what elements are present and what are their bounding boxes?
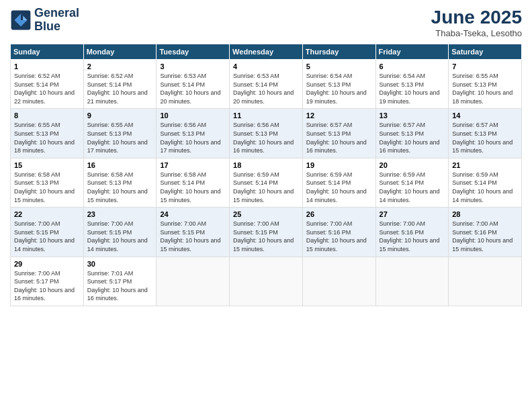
day-number: 5 [306,62,372,71]
day-number: 8 [14,111,80,120]
day-number: 11 [233,111,299,120]
day-number: 2 [87,62,153,71]
day-info: Sunrise: 6:59 AMSunset: 5:14 PMDaylight:… [233,171,299,204]
day-info: Sunrise: 6:52 AMSunset: 5:14 PMDaylight:… [14,72,80,105]
logo-line2: Blue [34,20,79,34]
logo-icon [10,9,32,31]
col-saturday: Saturday [449,44,522,60]
location-subtitle: Thaba-Tseka, Lesotho [431,28,522,38]
day-info: Sunrise: 7:00 AMSunset: 5:15 PMDaylight:… [160,220,226,253]
day-number: 26 [306,210,372,218]
day-number: 4 [233,62,299,71]
table-row: 10 Sunrise: 6:56 AMSunset: 5:13 PMDaylig… [157,109,230,158]
day-info: Sunrise: 6:53 AMSunset: 5:14 PMDaylight:… [233,72,299,105]
logo-text: General Blue [34,7,79,34]
day-info: Sunrise: 6:56 AMSunset: 5:13 PMDaylight:… [160,121,226,154]
table-row: 20 Sunrise: 6:59 AMSunset: 5:14 PMDaylig… [375,158,449,207]
day-info: Sunrise: 6:57 AMSunset: 5:13 PMDaylight:… [452,121,518,154]
calendar-table: Sunday Monday Tuesday Wednesday Thursday… [10,44,522,306]
day-number: 24 [160,210,226,218]
day-number: 3 [160,62,226,71]
table-row [375,257,449,306]
day-number: 6 [380,62,445,71]
day-number: 17 [160,161,226,169]
table-row: 19 Sunrise: 6:59 AMSunset: 5:14 PMDaylig… [302,158,375,207]
day-number: 27 [380,210,445,218]
day-number: 22 [14,210,80,218]
day-number: 21 [452,161,518,169]
day-number: 14 [452,111,518,120]
day-number: 9 [87,111,153,120]
table-row: 6 Sunrise: 6:54 AMSunset: 5:13 PMDayligh… [375,60,449,109]
day-info: Sunrise: 7:00 AMSunset: 5:17 PMDaylight:… [14,269,80,303]
table-row: 9 Sunrise: 6:55 AMSunset: 5:13 PMDayligh… [83,109,157,158]
day-number: 19 [306,161,372,169]
table-row: 18 Sunrise: 6:59 AMSunset: 5:14 PMDaylig… [230,158,303,207]
table-row: 7 Sunrise: 6:55 AMSunset: 5:13 PMDayligh… [449,60,522,109]
day-info: Sunrise: 6:58 AMSunset: 5:14 PMDaylight:… [160,171,226,204]
table-row: 11 Sunrise: 6:56 AMSunset: 5:13 PMDaylig… [230,109,303,158]
table-row: 17 Sunrise: 6:58 AMSunset: 5:14 PMDaylig… [157,158,230,207]
calendar-week-row: 8 Sunrise: 6:55 AMSunset: 5:13 PMDayligh… [11,109,522,158]
calendar-week-row: 22 Sunrise: 7:00 AMSunset: 5:15 PMDaylig… [11,208,522,257]
title-block: June 2025 Thaba-Tseka, Lesotho [431,7,522,38]
table-row: 25 Sunrise: 7:00 AMSunset: 5:15 PMDaylig… [230,208,303,257]
col-monday: Monday [83,44,157,60]
table-row: 29 Sunrise: 7:00 AMSunset: 5:17 PMDaylig… [11,257,84,306]
day-number: 25 [233,210,299,218]
table-row: 5 Sunrise: 6:54 AMSunset: 5:13 PMDayligh… [302,60,375,109]
day-number: 15 [14,161,80,169]
day-info: Sunrise: 7:00 AMSunset: 5:16 PMDaylight:… [380,220,445,253]
table-row: 4 Sunrise: 6:53 AMSunset: 5:14 PMDayligh… [230,60,303,109]
day-info: Sunrise: 6:55 AMSunset: 5:13 PMDaylight:… [87,121,153,154]
col-sunday: Sunday [11,44,84,60]
day-info: Sunrise: 6:57 AMSunset: 5:13 PMDaylight:… [306,121,372,154]
day-info: Sunrise: 7:00 AMSunset: 5:16 PMDaylight:… [306,220,372,253]
day-number: 20 [380,161,445,169]
day-number: 28 [452,210,518,218]
table-row: 26 Sunrise: 7:00 AMSunset: 5:16 PMDaylig… [302,208,375,257]
header: General Blue June 2025 Thaba-Tseka, Leso… [10,7,522,38]
day-number: 1 [14,62,80,71]
day-number: 13 [380,111,445,120]
table-row [157,257,230,306]
table-row: 27 Sunrise: 7:00 AMSunset: 5:16 PMDaylig… [375,208,449,257]
col-friday: Friday [375,44,449,60]
table-row [230,257,303,306]
table-row: 30 Sunrise: 7:01 AMSunset: 5:17 PMDaylig… [83,257,157,306]
calendar-week-row: 15 Sunrise: 6:58 AMSunset: 5:13 PMDaylig… [11,158,522,207]
day-number: 30 [87,260,153,268]
table-row: 23 Sunrise: 7:00 AMSunset: 5:15 PMDaylig… [83,208,157,257]
day-info: Sunrise: 6:54 AMSunset: 5:13 PMDaylight:… [380,72,445,105]
table-row: 24 Sunrise: 7:00 AMSunset: 5:15 PMDaylig… [157,208,230,257]
day-info: Sunrise: 6:55 AMSunset: 5:13 PMDaylight:… [14,121,80,154]
table-row: 8 Sunrise: 6:55 AMSunset: 5:13 PMDayligh… [11,109,84,158]
table-row [302,257,375,306]
day-info: Sunrise: 6:58 AMSunset: 5:13 PMDaylight:… [14,171,80,204]
day-info: Sunrise: 6:58 AMSunset: 5:13 PMDaylight:… [87,171,153,204]
table-row: 22 Sunrise: 7:00 AMSunset: 5:15 PMDaylig… [11,208,84,257]
month-title: June 2025 [431,7,522,28]
table-row: 16 Sunrise: 6:58 AMSunset: 5:13 PMDaylig… [83,158,157,207]
calendar-header-row: Sunday Monday Tuesday Wednesday Thursday… [11,44,522,60]
day-number: 18 [233,161,299,169]
day-info: Sunrise: 7:00 AMSunset: 5:16 PMDaylight:… [452,220,518,253]
day-number: 10 [160,111,226,120]
col-wednesday: Wednesday [230,44,303,60]
day-number: 12 [306,111,372,120]
logo: General Blue [10,7,79,34]
day-info: Sunrise: 7:00 AMSunset: 5:15 PMDaylight:… [233,220,299,253]
day-info: Sunrise: 6:59 AMSunset: 5:14 PMDaylight:… [306,171,372,204]
table-row: 2 Sunrise: 6:52 AMSunset: 5:14 PMDayligh… [83,60,157,109]
day-info: Sunrise: 6:53 AMSunset: 5:14 PMDaylight:… [160,72,226,105]
calendar-week-row: 1 Sunrise: 6:52 AMSunset: 5:14 PMDayligh… [11,60,522,109]
table-row: 15 Sunrise: 6:58 AMSunset: 5:13 PMDaylig… [11,158,84,207]
logo-line1: General [34,7,79,20]
day-number: 29 [14,260,80,268]
calendar-week-row: 29 Sunrise: 7:00 AMSunset: 5:17 PMDaylig… [11,257,522,306]
table-row: 28 Sunrise: 7:00 AMSunset: 5:16 PMDaylig… [449,208,522,257]
table-row: 1 Sunrise: 6:52 AMSunset: 5:14 PMDayligh… [11,60,84,109]
day-info: Sunrise: 6:54 AMSunset: 5:13 PMDaylight:… [306,72,372,105]
day-info: Sunrise: 7:00 AMSunset: 5:15 PMDaylight:… [14,220,80,253]
table-row: 14 Sunrise: 6:57 AMSunset: 5:13 PMDaylig… [449,109,522,158]
